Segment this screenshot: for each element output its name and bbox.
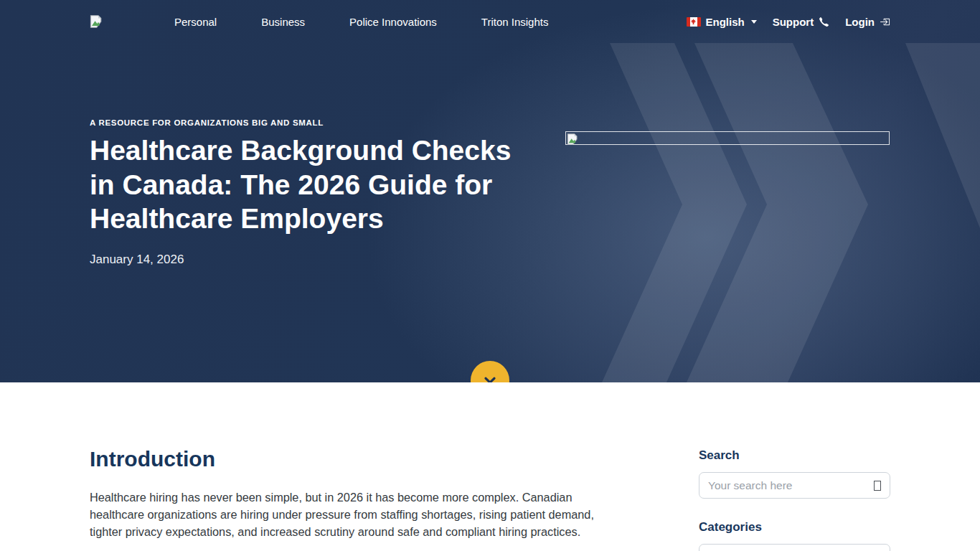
categories-heading: Categories xyxy=(699,520,890,534)
search-icon[interactable] xyxy=(874,481,881,491)
search-input[interactable] xyxy=(708,479,874,492)
language-selector[interactable]: English xyxy=(687,16,757,28)
hero-content: A RESOURCE FOR ORGANIZATIONS BIG AND SMA… xyxy=(81,118,899,267)
nav-item-police-innovations[interactable]: Police Innovations xyxy=(349,16,437,28)
navbar: Personal Business Police Innovations Tri… xyxy=(0,0,980,43)
article: Introduction Healthcare hiring has never… xyxy=(90,382,613,551)
chevron-down-icon xyxy=(751,20,757,24)
section-heading: Introduction xyxy=(90,447,613,471)
categories-select[interactable]: Select Category xyxy=(699,544,890,551)
primary-nav: Personal Business Police Innovations Tri… xyxy=(174,16,548,28)
sidebar: Search Categories Select Category xyxy=(699,382,890,551)
phone-icon xyxy=(819,17,829,27)
support-link[interactable]: Support xyxy=(773,16,830,28)
nav-item-triton-insights[interactable]: Triton Insights xyxy=(481,16,549,28)
language-label: English xyxy=(706,16,745,28)
support-label: Support xyxy=(773,16,814,28)
login-link[interactable]: Login xyxy=(845,16,890,28)
article-paragraph: Healthcare hiring has never been simple,… xyxy=(90,489,599,540)
canada-flag-icon xyxy=(687,17,701,27)
nav-item-business[interactable]: Business xyxy=(261,16,305,28)
publish-date: January 14, 2026 xyxy=(90,253,890,267)
nav-item-personal[interactable]: Personal xyxy=(174,16,217,28)
sign-in-icon xyxy=(880,17,890,27)
page: Personal Business Police Innovations Tri… xyxy=(0,0,980,551)
page-title: Healthcare Background Checks in Canada: … xyxy=(90,133,513,236)
login-label: Login xyxy=(845,16,875,28)
navbar-utilities: English Support Login xyxy=(687,16,891,28)
hero-section: Personal Business Police Innovations Tri… xyxy=(0,0,980,382)
search-box xyxy=(699,472,890,499)
hero-eyebrow: A RESOURCE FOR ORGANIZATIONS BIG AND SMA… xyxy=(90,118,890,127)
search-heading: Search xyxy=(699,448,890,463)
content-section: Introduction Healthcare hiring has never… xyxy=(0,382,980,551)
chevron-down-icon xyxy=(481,371,499,382)
site-logo-broken-image-icon[interactable] xyxy=(90,14,103,29)
